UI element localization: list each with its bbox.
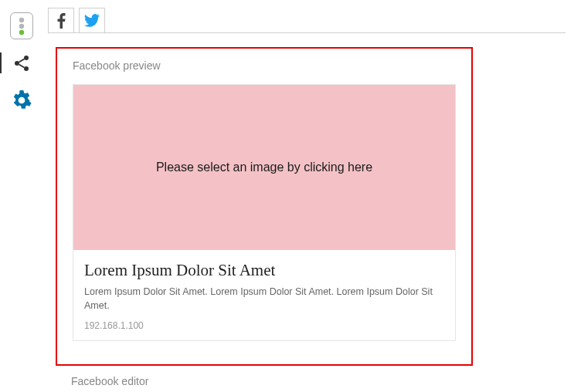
svg-point-2 (19, 29, 24, 34)
twitter-icon (84, 14, 100, 27)
svg-point-1 (19, 23, 24, 28)
preview-section-title: Facebook preview (73, 59, 456, 72)
facebook-card-description: Lorem Ipsum Dolor Sit Amet. Lorem Ipsum … (84, 285, 444, 313)
facebook-preview-panel: Facebook preview Please select an image … (56, 47, 473, 366)
facebook-image-placeholder[interactable]: Please select an image by clicking here (73, 85, 455, 250)
sidebar-item-social[interactable] (10, 50, 33, 76)
facebook-card-body: Lorem Ipsum Dolor Sit Amet Lorem Ipsum D… (73, 250, 455, 340)
gear-icon (12, 90, 32, 110)
svg-point-5 (24, 66, 29, 71)
traffic-light-icon (15, 16, 28, 36)
main-panel: Facebook preview Please select an image … (43, 0, 581, 392)
facebook-editor-panel: Facebook editor Facebook image (56, 375, 473, 392)
sidebar-item-readability[interactable] (10, 12, 33, 39)
image-placeholder-text: Please select an image by clicking here (156, 161, 372, 174)
active-indicator (0, 52, 2, 73)
facebook-card-title: Lorem Ipsum Dolor Sit Amet (84, 261, 444, 280)
social-tabs (48, 8, 566, 33)
sidebar-item-settings[interactable] (10, 86, 33, 113)
tab-facebook[interactable] (48, 8, 74, 32)
facebook-card: Please select an image by clicking here … (73, 84, 456, 341)
svg-point-4 (15, 61, 19, 66)
svg-point-0 (19, 17, 24, 22)
facebook-icon (56, 13, 66, 29)
facebook-card-domain: 192.168.1.100 (84, 320, 444, 331)
sidebar (0, 0, 43, 392)
editor-section-title: Facebook editor (71, 375, 473, 387)
share-icon (12, 54, 31, 73)
svg-point-3 (24, 56, 29, 60)
tab-twitter[interactable] (79, 8, 105, 32)
